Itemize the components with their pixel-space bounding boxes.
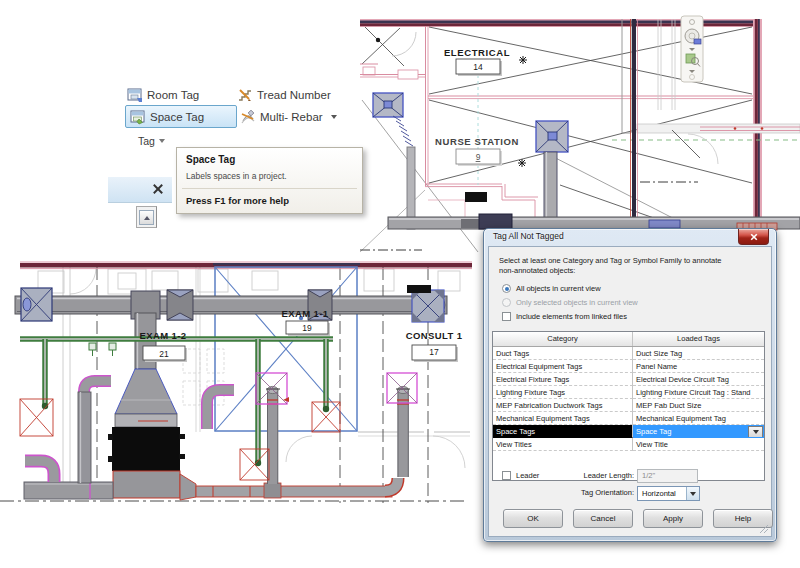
table-row[interactable]: Lighting Fixture TagsLighting Fixture Ci…	[493, 386, 764, 399]
room-number: 21	[159, 349, 169, 359]
column-header-category[interactable]: Category	[493, 332, 633, 346]
tread-number-button[interactable]: Tread Number	[237, 85, 331, 105]
radio-only-selected[interactable]	[502, 298, 511, 307]
lower-plan: EXAM 1-2 21 EXAM 1-1 19 CONSULT 1 17	[0, 262, 472, 503]
room-number: 14	[473, 62, 483, 72]
apply-button[interactable]: Apply	[643, 509, 703, 528]
tooltip-help-hint: Press F1 for more help	[186, 195, 353, 206]
room-tag-label: Room Tag	[147, 89, 199, 101]
leader-length-label: Leader Length:	[549, 471, 634, 480]
room-tag-exam-1-1[interactable]: EXAM 1-1 19	[281, 308, 330, 336]
space-reference-dot	[376, 38, 380, 42]
dialog-close-button[interactable]	[738, 229, 769, 245]
tag-panel-label[interactable]: Tag	[138, 135, 165, 147]
multi-rebar-label: Multi- Rebar	[260, 111, 323, 123]
space-star-electrical	[519, 56, 527, 64]
close-icon[interactable]	[152, 182, 164, 196]
ceiling-diffuser	[373, 93, 403, 117]
radio-all-objects[interactable]	[502, 284, 511, 293]
room-name: CONSULT 1	[406, 330, 463, 341]
table-row[interactable]: Mechanical Equipment TagsMechanical Equi…	[493, 412, 764, 425]
arrow-down-icon	[753, 430, 759, 434]
pipe-drop	[396, 386, 410, 477]
room-name: EXAM 1-2	[139, 330, 186, 341]
category-table: Category Loaded Tags Duct TagsDuct Size …	[492, 331, 765, 481]
duct-diffuser-left	[21, 288, 52, 321]
room-tag-nurse-station[interactable]: NURSE STATION 9	[435, 136, 519, 166]
tread-number-icon	[237, 87, 253, 103]
valve-symbol	[89, 343, 116, 356]
checkbox-leader-label: Leader	[516, 471, 539, 480]
table-row[interactable]: MEP Fabrication Ductwork TagsMEP Fab Duc…	[493, 399, 764, 412]
table-row[interactable]: Duct TagsDuct Size Tag	[493, 347, 764, 360]
arrow-up-icon	[144, 216, 150, 220]
multi-rebar-icon	[240, 109, 256, 125]
tooltip-separator	[182, 188, 357, 189]
checkbox-leader[interactable]	[502, 471, 511, 480]
room-name: EXAM 1-1	[281, 308, 328, 319]
radio-only-selected-label: Only selected objects in current view	[516, 298, 638, 307]
ok-button[interactable]: OK	[503, 509, 563, 528]
dropdown-button[interactable]	[686, 487, 699, 500]
resize-grip[interactable]	[759, 524, 769, 534]
palette-header-fragment	[108, 177, 172, 203]
tag-orientation-label: Tag Orientation:	[549, 488, 634, 497]
tag-all-not-tagged-dialog: Tag All Not Tagged Select at least one C…	[483, 228, 777, 542]
dialog-intro-line2: non-annotated objects:	[499, 266, 575, 275]
loaded-tag-dropdown-button[interactable]	[748, 426, 763, 438]
space-tag-tooltip: Space Tag Labels spaces in a project. Pr…	[176, 147, 363, 214]
duct-main-lower	[15, 296, 447, 314]
space-tag-button[interactable]: Space Tag	[125, 105, 237, 128]
multi-rebar-button[interactable]: Multi- Rebar	[240, 107, 337, 127]
tooltip-description: Labels spaces in a project.	[186, 171, 353, 181]
chevron-down-icon	[331, 115, 337, 119]
chevron-down-icon	[159, 139, 165, 143]
room-tag-electrical[interactable]: ELECTRICAL 14	[444, 47, 510, 76]
table-row[interactable]: Electrical Fixture TagsElectrical Device…	[493, 373, 764, 386]
scrollbar-fragment	[136, 206, 157, 228]
duct-diffuser-right	[412, 290, 444, 322]
room-number: 9	[476, 152, 481, 162]
dialog-title: Tag All Not Tagged	[493, 231, 564, 241]
tag-orientation-select[interactable]: Horizontal	[637, 486, 700, 501]
tread-number-label: Tread Number	[257, 89, 331, 101]
space-tag-icon	[130, 109, 146, 125]
flex-duct	[393, 116, 413, 146]
dialog-intro-line1: Select at least one Category and Tag or …	[499, 256, 722, 265]
column-header-loaded-tags[interactable]: Loaded Tags	[633, 332, 764, 346]
leader-length-input[interactable]: 1/2"	[637, 469, 698, 483]
table-row[interactable]: Electrical Equipment TagsPanel Name	[493, 360, 764, 373]
room-tag-icon	[127, 87, 143, 103]
room-number: 17	[429, 347, 439, 357]
dialog-body: Select at least one Category and Tag or …	[488, 246, 772, 537]
table-row-selected[interactable]: Space Tags Space Tag	[493, 425, 764, 438]
room-tag-exam-1-2[interactable]: EXAM 1-2 21	[139, 330, 187, 362]
room-name: ELECTRICAL	[444, 47, 510, 58]
ceiling-diffuser	[536, 121, 568, 152]
air-terminal-magenta	[256, 373, 417, 404]
space-tag-label: Space Tag	[150, 111, 204, 123]
table-row[interactable]: View TitlesView Title	[493, 438, 764, 451]
close-icon	[750, 233, 758, 241]
room-number: 19	[302, 323, 312, 333]
room-tag-button[interactable]: Room Tag	[127, 85, 199, 105]
table-header-row: Category Loaded Tags	[493, 332, 764, 347]
checkbox-linked-files[interactable]	[502, 312, 511, 321]
pipe-drop	[266, 386, 280, 484]
checkbox-linked-files-label: Include elements from linked files	[516, 312, 627, 321]
room-tag-consult-1[interactable]: CONSULT 1 17	[406, 330, 463, 362]
room-name: NURSE STATION	[435, 136, 519, 147]
screenshot-root: ELECTRICAL 14 NURSE STATION 9	[0, 0, 800, 568]
space-star-nurse	[518, 159, 526, 167]
arrow-down-icon	[690, 492, 696, 496]
scroll-up-button[interactable]	[139, 210, 154, 225]
cancel-button[interactable]: Cancel	[573, 509, 633, 528]
navigation-bar	[681, 16, 703, 82]
pipe-run-red	[196, 478, 398, 498]
tooltip-title: Space Tag	[186, 154, 353, 165]
upper-plan: ELECTRICAL 14 NURSE STATION 9	[360, 19, 800, 252]
radio-all-objects-label: All objects in current view	[516, 284, 601, 293]
